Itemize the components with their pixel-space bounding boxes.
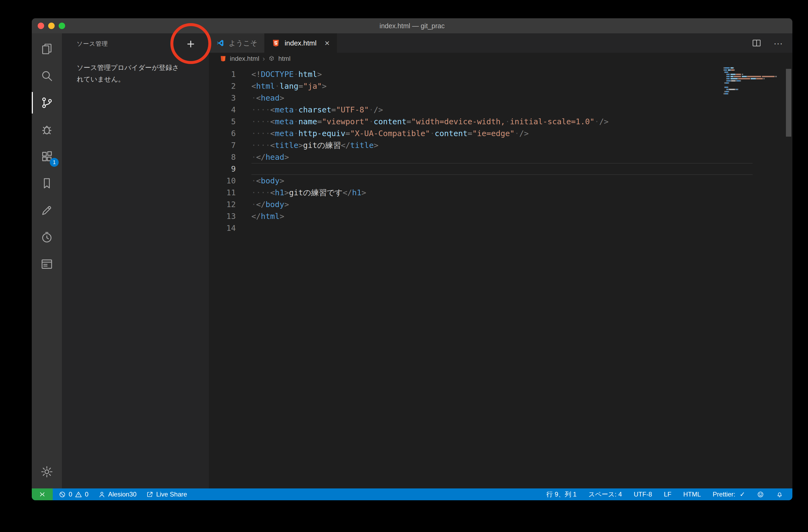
- activity-extensions[interactable]: 1: [32, 143, 62, 170]
- code-line-3[interactable]: 3·<head>: [209, 92, 792, 104]
- code-line-6[interactable]: 6····<meta·http-equiv="X-UA-Compatible"·…: [209, 128, 792, 139]
- activity-source-control[interactable]: [32, 89, 62, 116]
- minimap-line: [723, 78, 781, 79]
- code-token: "width=device-width,: [411, 117, 505, 126]
- activity-bar: 1: [32, 33, 62, 489]
- line-number: 13: [209, 210, 236, 222]
- minimap-segment: [725, 93, 728, 94]
- eol-status[interactable]: LF: [664, 491, 672, 498]
- minimap-segment: [742, 74, 743, 75]
- breadcrumb-file[interactable]: index.html: [230, 55, 259, 62]
- code-token: body: [261, 176, 280, 185]
- minimap-segment: [775, 76, 776, 77]
- code-line-2[interactable]: 2<html·lang="ja">: [209, 80, 792, 92]
- code-line-4[interactable]: 4····<meta·charset="UTF-8"·/>: [209, 104, 792, 116]
- code-line-13[interactable]: 13</html>: [209, 210, 792, 222]
- minimap-segment: [726, 82, 728, 84]
- code-token: =: [406, 117, 411, 126]
- code-token: meta: [275, 117, 294, 126]
- feedback-smiley-icon[interactable]: [757, 491, 764, 498]
- close-tab-icon[interactable]: ×: [325, 39, 330, 48]
- tab-welcome[interactable]: ようこそ: [209, 33, 264, 53]
- activity-debug[interactable]: [32, 116, 62, 143]
- activity-timer[interactable]: [32, 224, 62, 251]
- zoom-window-button[interactable]: [59, 23, 65, 29]
- code-line-8[interactable]: 8·</head>: [209, 151, 792, 163]
- minimap-segment: [731, 70, 734, 71]
- code-line-14[interactable]: 14: [209, 222, 792, 234]
- minimap[interactable]: [723, 67, 781, 97]
- code-line-1[interactable]: 1<!DOCTYPE·html>: [209, 68, 792, 80]
- code-token: </: [343, 188, 352, 197]
- code-token: ·: [294, 129, 298, 138]
- code-line-7[interactable]: 7····<title>gitの練習</title>: [209, 139, 792, 151]
- code-line-10[interactable]: 10·<body>: [209, 175, 792, 187]
- split-editor-icon[interactable]: [752, 38, 762, 48]
- cursor-position[interactable]: 行 9、列 1: [546, 490, 576, 499]
- activity-preview[interactable]: [32, 251, 62, 278]
- line-number: 3: [209, 92, 236, 104]
- account-status[interactable]: Alesion30: [98, 491, 136, 498]
- activity-bookmarks[interactable]: [32, 170, 62, 197]
- code-line-12[interactable]: 12·</body>: [209, 198, 792, 210]
- minimap-line: [723, 89, 781, 90]
- code-editor[interactable]: 1<!DOCTYPE·html>2<html·lang="ja">3·<head…: [209, 64, 792, 489]
- minimap-line: [723, 91, 781, 92]
- minimap-segment: [737, 80, 740, 81]
- code-token: ·: [251, 152, 256, 162]
- line-number: 10: [209, 175, 236, 187]
- code-token: title: [275, 141, 298, 150]
- code-token: =: [331, 105, 336, 114]
- minimap-line: [723, 72, 781, 73]
- code-token: >: [280, 212, 284, 221]
- minimap-segment: [734, 76, 741, 77]
- formatter-label: Prettier:: [713, 491, 735, 498]
- encoding-status[interactable]: UTF-8: [634, 491, 652, 498]
- code-token: </: [341, 141, 350, 150]
- live-share-button[interactable]: Live Share: [146, 491, 187, 498]
- check-icon: ✓: [740, 491, 745, 498]
- problems-indicator[interactable]: 0 0: [59, 491, 89, 498]
- code-token: <: [270, 129, 275, 138]
- indentation-status[interactable]: スペース: 4: [588, 490, 622, 499]
- remote-indicator[interactable]: [32, 489, 53, 500]
- minimize-window-button[interactable]: [48, 23, 55, 29]
- code-token: >: [284, 152, 289, 162]
- code-token: title: [350, 141, 373, 150]
- code-token: >: [280, 93, 284, 102]
- code-token: meta: [275, 105, 294, 114]
- remote-icon: [38, 491, 46, 498]
- minimap-segment: [733, 67, 734, 69]
- code-token: meta: [275, 129, 294, 138]
- add-provider-button[interactable]: +: [184, 37, 198, 51]
- code-token: content: [435, 129, 467, 138]
- code-line-5[interactable]: 5····<meta·name="viewport"·content="widt…: [209, 116, 792, 128]
- vertical-scrollbar[interactable]: [785, 64, 792, 489]
- close-window-button[interactable]: [38, 23, 44, 29]
- code-token: ····: [251, 117, 270, 126]
- minimap-line: [723, 87, 781, 88]
- notifications-bell-icon[interactable]: [776, 491, 783, 498]
- activity-search[interactable]: [32, 62, 62, 89]
- current-line-highlight: [251, 163, 753, 175]
- status-left: 0 0 Alesion30 Live Share: [53, 491, 187, 498]
- tab-bar: ようこそ index.html × ···: [209, 33, 792, 53]
- code-line-9[interactable]: 9: [209, 163, 792, 175]
- code-token: lang: [280, 81, 298, 91]
- activity-settings[interactable]: [32, 458, 62, 485]
- tab-index-html[interactable]: index.html ×: [264, 33, 337, 53]
- activity-edit-session[interactable]: [32, 197, 62, 224]
- line-number: 6: [209, 128, 236, 139]
- minimap-segment: [728, 82, 729, 84]
- code-line-11[interactable]: 11····<h1>gitの練習です</h1>: [209, 187, 792, 198]
- language-mode[interactable]: HTML: [683, 491, 701, 498]
- scrollbar-thumb[interactable]: [786, 69, 791, 137]
- formatter-status[interactable]: Prettier: ✓: [713, 491, 745, 498]
- line-number: 7: [209, 139, 236, 151]
- code-token: />: [373, 105, 383, 114]
- breadcrumb-symbol[interactable]: html: [278, 55, 290, 62]
- more-actions-icon[interactable]: ···: [774, 38, 783, 49]
- activity-explorer[interactable]: [32, 36, 62, 62]
- minimap-segment: [727, 78, 730, 79]
- line-number: 14: [209, 222, 236, 234]
